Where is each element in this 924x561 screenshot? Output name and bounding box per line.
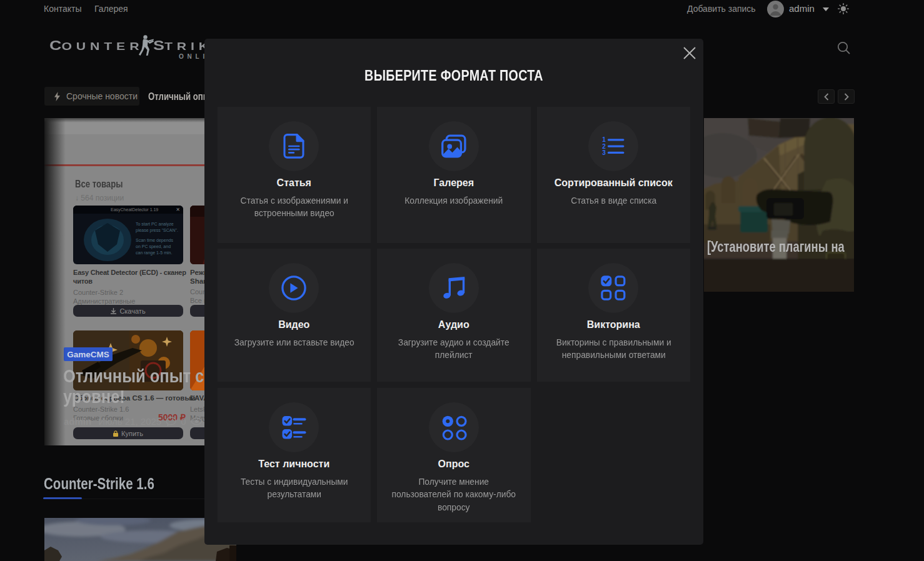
svg-text:Scan time depends: Scan time depends (136, 238, 173, 243)
svg-text:3: 3 (602, 149, 606, 156)
svg-text:can range 1-5 min.: can range 1-5 min. (136, 251, 172, 256)
svg-text:please press "SCAN".: please press "SCAN". (136, 228, 178, 233)
svg-text:To start PC analyze: To start PC analyze (136, 222, 174, 227)
svg-text:on PC speed, and: on PC speed, and (136, 244, 171, 249)
